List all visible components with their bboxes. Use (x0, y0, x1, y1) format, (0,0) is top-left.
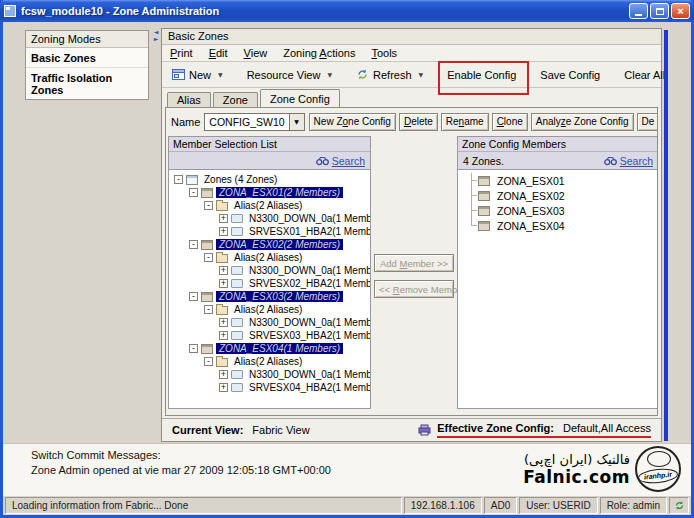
config-name-combobox[interactable]: CONFIG_SW10 ▼ (204, 113, 304, 131)
current-view-label: Current View: (172, 424, 243, 436)
tree-row[interactable]: +SRVESX04_HBA2(1 Members) (170, 381, 369, 394)
commit-messages-label: Switch Commit Messages: (31, 448, 331, 463)
de-button[interactable]: De (637, 113, 658, 131)
tree-node-label: ZONA_ESX04(1 Members) (216, 343, 343, 354)
dropdown-arrow-icon[interactable]: ▼ (218, 71, 223, 78)
status-bar: Loading information from Fabric... Done … (3, 496, 691, 515)
menu-bar: PrintEditViewZoning ActionsTools (162, 45, 661, 62)
app-window: fcsw_module10 - Zone Administration × Zo… (0, 0, 694, 518)
tree-row[interactable]: +SRVESX03_HBA2(1 Members) (170, 329, 369, 342)
menu-edit[interactable]: Edit (209, 47, 228, 59)
sidebar-item-traffic-isolation-zones[interactable]: Traffic Isolation Zones (26, 67, 148, 99)
toolbar-enable-config[interactable]: Enable Config (447, 69, 516, 81)
tree-node-label: Alias(2 Aliases) (231, 304, 305, 315)
menu-view[interactable]: View (244, 47, 268, 59)
zone-config-members-count-row: 4 Zones. Search (458, 152, 658, 169)
tree-expander-icon[interactable]: + (219, 214, 228, 223)
tree-row[interactable]: -Alias(2 Aliases) (170, 355, 369, 368)
alias-folder-icon (216, 202, 228, 211)
member-list-item[interactable]: ZONA_ESX03 (459, 203, 657, 218)
analyze-zone-config-button[interactable]: Analyze Zone Config (531, 113, 634, 131)
add-member-button[interactable]: Add Member >> (374, 254, 454, 272)
member-selection-search-link[interactable]: Search (332, 155, 365, 167)
tree-node-label: Zones (4 Zones) (201, 174, 280, 185)
dropdown-arrow-icon[interactable]: ▼ (327, 71, 332, 78)
tree-row[interactable]: -Zones (4 Zones) (170, 173, 369, 186)
tree-expander-icon[interactable]: + (219, 383, 228, 392)
tab-alias[interactable]: Alias (167, 92, 211, 107)
tree-row[interactable]: +N3300_DOWN_0a(1 Members) (170, 368, 369, 381)
tab-zone[interactable]: Zone (213, 92, 258, 107)
member-list-item[interactable]: ZONA_ESX01 (459, 173, 657, 188)
menu-tools[interactable]: Tools (371, 47, 397, 59)
tree-row[interactable]: +N3300_DOWN_0a(1 Members) (170, 264, 369, 277)
rename-button[interactable]: Rename (441, 113, 489, 131)
tree-row[interactable]: +N3300_DOWN_0a(1 Members) (170, 316, 369, 329)
tree-expander-icon[interactable]: - (204, 253, 213, 262)
tree-expander-icon[interactable]: - (189, 240, 198, 249)
toolbar-new[interactable]: New▼ (172, 69, 223, 81)
sidebar-item-basic-zones[interactable]: Basic Zones (26, 48, 148, 67)
tree-row[interactable]: +SRVESX01_HBA2(1 Members) (170, 225, 369, 238)
toolbar-resource-view[interactable]: Resource View▼ (247, 69, 332, 81)
tree-expander-icon[interactable]: - (189, 344, 198, 353)
tree-row[interactable]: -Alias(2 Aliases) (170, 199, 369, 212)
tree-row[interactable]: +SRVESX02_HBA2(1 Members) (170, 277, 369, 290)
tree-expander-icon[interactable]: + (219, 318, 228, 327)
toolbar-refresh[interactable]: Refresh▼ (356, 68, 423, 81)
zone-icon (478, 176, 490, 186)
maximize-button[interactable] (650, 3, 669, 19)
close-button[interactable]: × (671, 3, 690, 19)
tree-row[interactable]: +N3300_DOWN_0a(1 Members) (170, 212, 369, 225)
panel-footer: Current View: Fabric View Effective Zone… (162, 418, 661, 441)
alias-folder-icon (216, 306, 228, 315)
tree-expander-icon[interactable]: + (219, 279, 228, 288)
tree-row[interactable]: -ZONA_ESX01(2 Members) (170, 186, 369, 199)
effective-config-icon (418, 424, 431, 436)
member-list-item[interactable]: ZONA_ESX02 (459, 188, 657, 203)
minimize-button[interactable] (629, 3, 648, 19)
toolbar-label: New (189, 69, 211, 81)
maximize-icon (656, 8, 664, 15)
alias-folder-icon (216, 358, 228, 367)
member-selection-title: Member Selection List (169, 137, 370, 152)
collapse-left-icon[interactable]: ◄ (154, 28, 159, 35)
alias-member-icon (231, 266, 243, 275)
alias-folder-icon (216, 254, 228, 263)
alias-member-icon (231, 331, 243, 340)
tree-row[interactable]: -Alias(2 Aliases) (170, 251, 369, 264)
new-zone-config-button[interactable]: New Zone Config (309, 113, 396, 131)
expand-right-icon[interactable]: ► (154, 35, 159, 42)
tree-expander-icon[interactable]: - (204, 305, 213, 314)
tree-row[interactable]: -Alias(2 Aliases) (170, 303, 369, 316)
combobox-dropdown-icon[interactable]: ▼ (289, 114, 304, 130)
binoculars-icon (604, 156, 617, 166)
tree-row[interactable]: -ZONA_ESX04(1 Members) (170, 342, 369, 355)
tree-expander-icon[interactable]: - (189, 292, 198, 301)
tree-expander-icon[interactable]: + (219, 227, 228, 236)
zones-icon (186, 175, 198, 185)
toolbar-save-config[interactable]: Save Config (540, 69, 600, 81)
tree-expander-icon[interactable]: - (189, 188, 198, 197)
tree-expander-icon[interactable]: + (219, 331, 228, 340)
dropdown-arrow-icon[interactable]: ▼ (419, 71, 424, 78)
menu-zoning-actions[interactable]: Zoning Actions (283, 47, 355, 59)
status-refresh-button[interactable] (669, 497, 689, 514)
tree-row[interactable]: -ZONA_ESX03(2 Members) (170, 290, 369, 303)
remove-member-button[interactable]: << Remove Member (374, 280, 454, 298)
tree-expander-icon[interactable]: + (219, 370, 228, 379)
tree-expander-icon[interactable]: - (204, 201, 213, 210)
delete-button[interactable]: Delete (399, 113, 438, 131)
zone-config-members-search-link[interactable]: Search (620, 155, 653, 167)
tree-expander-icon[interactable]: - (204, 357, 213, 366)
tab-zone-config[interactable]: Zone Config (260, 89, 340, 107)
tree-expander-icon[interactable]: + (219, 266, 228, 275)
menu-print[interactable]: Print (170, 47, 193, 59)
tree-row[interactable]: -ZONA_ESX02(2 Members) (170, 238, 369, 251)
toolbar-clear-all[interactable]: Clear All (624, 69, 665, 81)
split-pane-divider[interactable]: ◄ ► (152, 28, 160, 444)
clone-button[interactable]: Clone (492, 113, 528, 131)
member-list-item[interactable]: ZONA_ESX04 (459, 218, 657, 233)
tree-expander-icon[interactable]: - (174, 175, 183, 184)
message-area: Switch Commit Messages: Zone Admin opene… (3, 443, 691, 496)
